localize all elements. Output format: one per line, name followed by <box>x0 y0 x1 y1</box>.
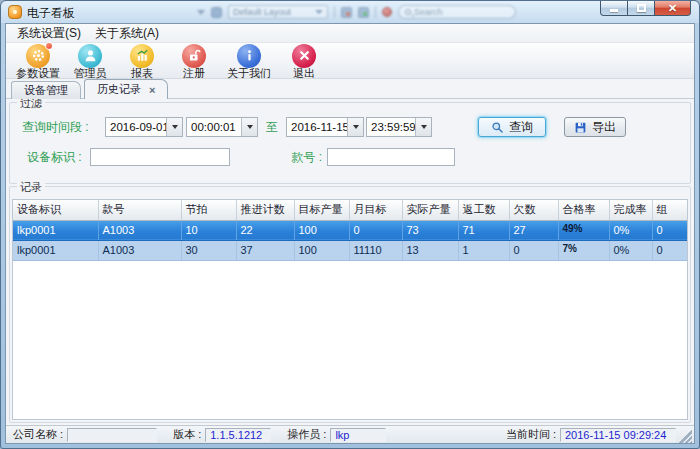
chevron-down-icon[interactable] <box>415 118 431 136</box>
chevron-down-icon[interactable] <box>347 118 363 136</box>
overlay-divider <box>375 6 376 18</box>
cell[interactable]: 71 <box>458 220 509 240</box>
cell[interactable]: 100 <box>294 220 349 240</box>
date-from-picker[interactable]: 2016-09-01 <box>105 117 183 137</box>
maximize-button[interactable] <box>628 1 655 16</box>
cell[interactable]: 0 <box>652 240 688 260</box>
overlay-tool-icon[interactable] <box>341 7 352 18</box>
tab-history-records[interactable]: 历史记录 × <box>84 79 168 99</box>
tab-device-management[interactable]: 设备管理 <box>11 81 81 99</box>
cell[interactable]: 100 <box>294 240 349 260</box>
current-time-value: 2016-11-15 09:29:24 <box>560 428 676 442</box>
cell-pass-rate[interactable]: 49% <box>558 220 609 240</box>
info-icon <box>237 44 261 68</box>
tabbar: 设备管理 历史记录 × <box>6 79 694 99</box>
column-header[interactable]: 推进计数 <box>236 200 294 220</box>
record-icon[interactable] <box>382 7 392 17</box>
column-header[interactable]: 完成率 <box>609 200 652 220</box>
query-button[interactable]: 查询 <box>478 117 546 137</box>
titlebar[interactable]: 电子看板 Default Layout Search ✕ <box>1 1 699 23</box>
overlay-tool-icon[interactable] <box>358 7 369 18</box>
column-header[interactable]: 实际产量 <box>402 200 458 220</box>
chevron-down-icon[interactable] <box>241 118 257 136</box>
column-header[interactable]: 合格率 <box>558 200 609 220</box>
cell[interactable]: 0% <box>609 240 652 260</box>
cell[interactable]: 13 <box>402 240 458 260</box>
statusbar: 公司名称 : 版本 : 1.1.5.1212 操作员 : lkp 当前时间 : … <box>6 425 694 443</box>
toolbar-button-register[interactable]: 注册 <box>168 43 220 78</box>
toolbar-button-label: 注册 <box>183 68 205 79</box>
cell[interactable]: A1003 <box>98 240 181 260</box>
chevron-down-icon[interactable] <box>197 10 205 15</box>
operator-label: 操作员 : <box>287 427 326 442</box>
user-icon <box>78 44 102 68</box>
cell[interactable]: lkp0001 <box>13 220 98 240</box>
column-header[interactable]: 目标产量 <box>294 200 349 220</box>
titlebar-overlay-toolbar: Default Layout Search <box>197 4 516 20</box>
overlay-search-input[interactable]: Search <box>398 5 516 19</box>
toolbar-button-reports[interactable]: 报表 <box>116 43 168 78</box>
table-row[interactable]: lkp0001 A1003 30 37 100 11110 13 1 0 7% <box>13 240 688 260</box>
device-id-input[interactable] <box>90 148 230 166</box>
toolbar: 参数设置 管理员 报表 注册 <box>6 43 694 79</box>
cell[interactable]: 0 <box>349 220 402 240</box>
cell[interactable]: 27 <box>509 220 558 240</box>
column-header[interactable]: 返工数 <box>458 200 509 220</box>
column-header[interactable]: 组 <box>652 200 688 220</box>
chevron-down-icon[interactable] <box>166 118 182 136</box>
menu-system-settings[interactable]: 系统设置(S) <box>10 24 88 43</box>
toolbar-button-exit[interactable]: 退出 <box>278 43 330 78</box>
search-icon <box>491 121 504 134</box>
layout-select[interactable]: Default Layout <box>228 5 328 19</box>
cell[interactable]: 73 <box>402 220 458 240</box>
layout-select-value: Default Layout <box>233 7 291 17</box>
save-icon <box>574 121 587 134</box>
cell[interactable]: 10 <box>181 220 236 240</box>
table-header-row: 设备标识 款号 节拍 推进计数 目标产量 月目标 实际产量 返工数 欠数 合格率 <box>13 200 688 220</box>
cell[interactable]: 37 <box>236 240 294 260</box>
cell[interactable]: 0 <box>509 240 558 260</box>
toolbar-button-label: 关于我们 <box>227 68 271 79</box>
close-window-button[interactable]: ✕ <box>655 1 691 16</box>
cell[interactable]: A1003 <box>98 220 181 240</box>
column-header[interactable]: 设备标识 <box>13 200 98 220</box>
chevron-down-icon <box>315 10 323 14</box>
toolbar-button-label: 退出 <box>293 68 315 79</box>
cell-pass-rate[interactable]: 7% <box>558 240 609 260</box>
toolbar-button-params[interactable]: 参数设置 <box>12 43 64 78</box>
column-header[interactable]: 款号 <box>98 200 181 220</box>
filter-groupbox: 过滤 查询时间段 : 2016-09-01 00:00:01 至 2016-11… <box>9 102 691 184</box>
cell[interactable]: 22 <box>236 220 294 240</box>
style-no-label: 款号 : <box>280 149 322 166</box>
chart-icon <box>130 44 154 68</box>
date-to-picker[interactable]: 2016-11-15 <box>286 117 364 137</box>
time-from-picker[interactable]: 00:00:01 <box>186 117 258 137</box>
cell[interactable]: 0% <box>609 220 652 240</box>
column-header[interactable]: 节拍 <box>181 200 236 220</box>
cell[interactable]: lkp0001 <box>13 240 98 260</box>
menu-about-system[interactable]: 关于系统(A) <box>88 24 166 43</box>
column-header[interactable]: 欠数 <box>509 200 558 220</box>
time-to-picker[interactable]: 23:59:59 <box>366 117 432 137</box>
time-range-label: 查询时间段 : <box>22 119 105 136</box>
style-no-input[interactable] <box>327 148 455 166</box>
toolbar-button-about[interactable]: 关于我们 <box>220 43 278 78</box>
cell[interactable]: 30 <box>181 240 236 260</box>
to-label: 至 <box>266 119 278 136</box>
table-row[interactable]: lkp0001 A1003 10 22 100 0 73 71 27 49% 0 <box>13 220 688 240</box>
cell[interactable]: 0 <box>652 220 688 240</box>
minimize-button[interactable] <box>600 1 628 16</box>
column-header[interactable]: 月目标 <box>349 200 402 220</box>
cell[interactable]: 1 <box>458 240 509 260</box>
tab-close-icon[interactable]: × <box>149 85 155 95</box>
cell[interactable]: 11110 <box>349 240 402 260</box>
toolbar-button-label: 参数设置 <box>16 68 60 79</box>
tab-label: 设备管理 <box>24 83 68 98</box>
export-button[interactable]: 导出 <box>564 117 626 137</box>
records-table-container: 设备标识 款号 节拍 推进计数 目标产量 月目标 实际产量 返工数 欠数 合格率 <box>12 199 688 420</box>
filter-row-time: 查询时间段 : 2016-09-01 00:00:01 至 2016-11-15 <box>10 117 690 137</box>
resize-grip[interactable] <box>679 430 692 443</box>
overlay-app-icon[interactable] <box>211 7 222 18</box>
toolbar-button-admin[interactable]: 管理员 <box>64 43 116 78</box>
current-time-label: 当前时间 : <box>506 427 556 442</box>
